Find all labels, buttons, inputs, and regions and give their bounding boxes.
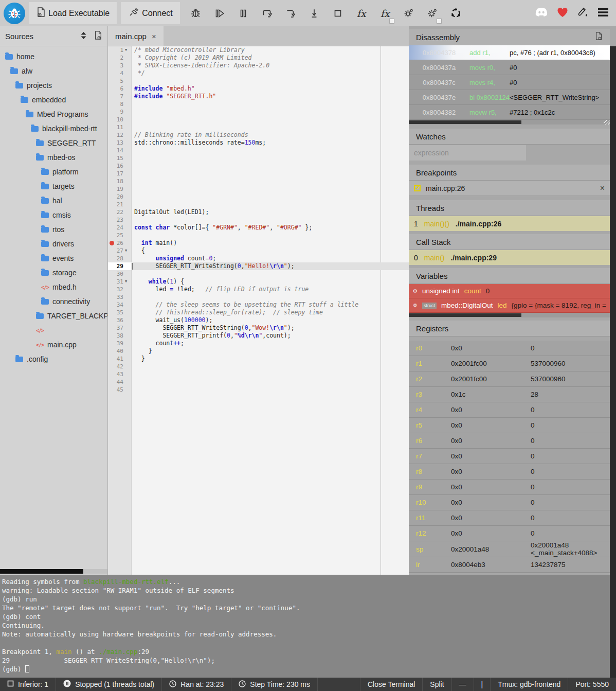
theme-brush-icon[interactable] (577, 6, 589, 21)
close-terminal-button[interactable]: Close Terminal (360, 678, 422, 691)
gutter-line-3[interactable]: 3 (108, 62, 132, 69)
code-line-26[interactable]: 26 int main() (108, 239, 409, 247)
register-row-r3[interactable]: r30x1c28 (409, 387, 610, 402)
statusbar-inferior[interactable]: Inferior: 1 (0, 678, 56, 691)
code-line-9[interactable]: 9 (108, 108, 409, 116)
vertical-split-icon[interactable]: | (474, 678, 491, 691)
gutter-line-43[interactable]: 43 (108, 370, 132, 378)
code-line-35[interactable]: 35 // ThisThread::sleep_for(rate); // sl… (108, 309, 409, 316)
breakpoint-item[interactable]: main.cpp:26 × (409, 181, 610, 196)
refresh-connections-icon[interactable] (446, 3, 466, 24)
code-line-12[interactable]: 12// Blinking rate in milliseconds (108, 131, 409, 139)
code-line-13[interactable]: 13std::chrono::milliseconds rate=150ms; (108, 139, 409, 147)
split-button[interactable]: Split (422, 678, 451, 691)
code-line-30[interactable]: 30 (108, 270, 409, 278)
horizontal-split-icon[interactable]: — (451, 678, 474, 691)
gutter-line-33[interactable]: 33 (108, 293, 132, 301)
step-over-icon[interactable] (257, 3, 277, 24)
tree-item-platform[interactable]: platform (0, 165, 107, 179)
code-line-6[interactable]: 6#include "mbed.h" (108, 85, 409, 93)
breakpoint-dot-icon[interactable] (110, 241, 114, 245)
code-line-24[interactable]: 24const char *color[]={ "#GRN#", "#RED#"… (108, 224, 409, 232)
register-row-r5[interactable]: r50x00 (409, 418, 610, 433)
new-source-file-icon[interactable] (94, 31, 102, 42)
register-row-r2[interactable]: r20x2001fc00537000960 (409, 371, 610, 387)
variable-item[interactable]: ⚙ unsigned int count 0 (409, 284, 610, 298)
gutter-line-40[interactable]: 40 (108, 347, 132, 355)
code-line-28[interactable]: 28 unsigned count=0; (108, 255, 409, 262)
gutter-line-11[interactable]: 11 (108, 123, 132, 131)
tree-item-mbed-os[interactable]: mbed-os (0, 150, 107, 165)
variable-item[interactable]: ⚙ struct mbed::DigitalOut led {gpio = {m… (409, 298, 610, 313)
code-line-16[interactable]: 16 (108, 162, 409, 170)
code-line-25[interactable]: 25 (108, 232, 409, 239)
code-line-4[interactable]: 4 */ (108, 69, 409, 77)
tree-item-Mbed Programs[interactable]: Mbed Programs (0, 107, 107, 121)
disassembly-row[interactable]: 0x800437amovs r0,#0 (409, 60, 610, 75)
code-line-23[interactable]: 23 (108, 216, 409, 224)
load-executable-button[interactable]: Load Executable (29, 2, 117, 24)
gutter-line-37[interactable]: 37 (108, 324, 132, 332)
gutter-line-42[interactable]: 42 (108, 363, 132, 370)
port-label[interactable]: Port: 5550 (568, 678, 616, 691)
callstack-frame[interactable]: 0 main() ./main.cpp:29 (409, 250, 610, 265)
code-line-34[interactable]: 34 // the sleep seems to be upsetting th… (108, 301, 409, 309)
bug-icon[interactable] (186, 3, 206, 24)
register-row-sp[interactable]: sp0x20001a480x20001a48 <_main_stack+4088… (409, 541, 610, 557)
expression-fx-alt-icon[interactable]: fx (375, 3, 395, 24)
gutter-line-6[interactable]: 6 (108, 85, 132, 93)
register-row-r4[interactable]: r40x00 (409, 402, 610, 418)
code-line-33[interactable]: 33 (108, 293, 409, 301)
gutter-line-15[interactable]: 15 (108, 154, 132, 162)
gutter-line-35[interactable]: 35 (108, 309, 132, 316)
statusbar-run-state[interactable]: Stopped (1 threads total) (56, 678, 162, 691)
resize-handle[interactable] (604, 120, 610, 125)
gutter-line-2[interactable]: 2 (108, 54, 132, 62)
register-row-r11[interactable]: r110x00 (409, 510, 610, 526)
gutter-line-26[interactable]: 26 (108, 239, 132, 247)
disassembly-row[interactable]: 0x800437ebl 0x8002124<SEGGER_RTT_WriteSt… (409, 90, 610, 105)
code-line-2[interactable]: 2 * Copyright (c) 2019 ARM Limited (108, 54, 409, 62)
register-row-r0[interactable]: r00x00 (409, 341, 610, 356)
code-line-14[interactable]: 14 (108, 147, 409, 154)
gutter-line-18[interactable]: 18 (108, 178, 132, 185)
code-line-22[interactable]: 22DigitalOut led(LED1); (108, 208, 409, 216)
code-line-7[interactable]: 7#include "SEGGER_RTT.h" (108, 93, 409, 100)
code-line-39[interactable]: 39 count++; (108, 340, 409, 347)
gutter-line-9[interactable]: 9 (108, 108, 132, 116)
code-line-45[interactable]: 45 (108, 386, 409, 394)
gutter-line-17[interactable]: 17 (108, 170, 132, 178)
gutter-line-1[interactable]: 1▼ (108, 46, 132, 54)
code-line-37[interactable]: 37 SEGGER_RTT_WriteString(0,"Wow!\r\n"); (108, 324, 409, 332)
gutter-line-22[interactable]: 22 (108, 208, 132, 216)
code-line-11[interactable]: 11 (108, 123, 409, 131)
code-line-31[interactable]: 31▼ while(1) { (108, 278, 409, 286)
tree-item-blackpill-mbed-rtt[interactable]: blackpill-mbed-rtt (0, 121, 107, 136)
gutter-line-44[interactable]: 44 (108, 378, 132, 386)
code-editor[interactable]: 1▼/* mbed Microcontroller Library2 * Cop… (108, 46, 409, 575)
gear-alt-icon[interactable] (422, 3, 443, 24)
gutter-line-7[interactable]: 7 (108, 93, 132, 100)
code-line-18[interactable]: 18 (108, 178, 409, 185)
gutter-line-39[interactable]: 39 (108, 340, 132, 347)
gutter-line-21[interactable]: 21 (108, 201, 132, 208)
disassembly-row[interactable]: 0x8004378add r1,pc, #76 ; (adr r1, 0x800… (409, 45, 610, 60)
breakpoint-checkbox[interactable] (414, 185, 421, 191)
register-row-lr[interactable]: lr0x8004eb3134237875 (409, 557, 610, 573)
fold-caret-icon[interactable]: ▼ (123, 247, 129, 255)
gutter-line-36[interactable]: 36 (108, 316, 132, 324)
gutter-line-27[interactable]: 27▼ (108, 247, 132, 255)
register-row-r8[interactable]: r80x00 (409, 464, 610, 480)
tree-item-SEGGER_RTT[interactable]: SEGGER_RTT (0, 136, 107, 150)
code-line-20[interactable]: 20 (108, 193, 409, 201)
gutter-line-12[interactable]: 12 (108, 131, 132, 139)
code-line-1[interactable]: 1▼/* mbed Microcontroller Library (108, 46, 409, 54)
fold-caret-icon[interactable]: ▼ (123, 278, 129, 286)
right-scrollbar-strip[interactable] (610, 46, 616, 678)
tmux-session-label[interactable]: Tmux: gdb-frontend (490, 678, 568, 691)
tree-item-rtos[interactable]: rtos (0, 222, 107, 237)
gutter-line-24[interactable]: 24 (108, 224, 132, 232)
heart-icon[interactable] (556, 7, 569, 20)
gutter-line-20[interactable]: 20 (108, 193, 132, 201)
code-line-21[interactable]: 21 (108, 201, 409, 208)
